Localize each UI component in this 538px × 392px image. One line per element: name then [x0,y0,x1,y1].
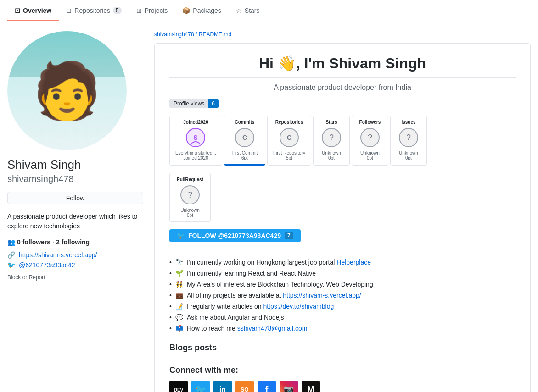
follow-button[interactable]: Follow [7,192,143,204]
joined-icon: S [185,127,207,149]
svg-text:S: S [194,134,198,141]
tab-projects-label: Projects [145,7,168,14]
nav-tabs: ⊡ Overview ⊟ Repositories 5 ⊞ Projects 📦… [7,1,267,21]
projects-icon: ⊞ [136,7,142,14]
repositories-badge: 5 [113,7,122,14]
devto-icon[interactable]: DEV [169,381,188,392]
handshake-icon: 👯 [175,281,183,288]
main-layout: 🧑 Shivam Singh shivamsingh478 Follow A p… [0,22,538,392]
svg-text:C: C [287,134,291,141]
svg-text:?: ? [406,133,411,142]
connect-icons: DEV 🐦 in SO f 📷 M [169,381,516,392]
block-report[interactable]: Block or Report [7,274,143,281]
twitter-link: 🐦 @6210773a93ac42 [7,261,143,269]
twitter-follower-count: 7 [285,232,293,239]
medium-icon[interactable]: M [302,381,320,392]
followers-ach-pts: 0pt [358,155,382,160]
stackoverflow-icon[interactable]: SO [235,381,254,392]
bullet-1: 🔭 I'm currently working on Hongkong larg… [169,257,516,268]
website-link: 🔗 https://shivam-s.vercel.app/ [7,251,143,259]
pr-title: PullRequest [175,177,205,182]
packages-icon: 📦 [182,7,190,14]
overview-icon: ⊡ [15,7,20,14]
achievements-grid-row2: PullRequest ? Unknown 0pt [169,173,516,222]
tab-stars[interactable]: ☆ Stars [229,1,267,21]
memo-icon: 📝 [175,303,183,310]
followers-line: 👥 0 followers · 2 following [7,238,143,246]
svg-text:?: ? [368,133,372,142]
title-divider [169,77,516,78]
helperplace-link[interactable]: Helperplace [336,259,371,266]
profile-links: 🔗 https://shivam-s.vercel.app/ 🐦 @621077… [7,251,143,269]
tab-projects[interactable]: ⊞ Projects [129,1,175,21]
issues-icon: ? [398,127,420,149]
user-login: shivamsingh478 [7,174,143,184]
bullet-2: 🌱 I'm currently learning React and React… [169,268,516,279]
readme-title: Hi 👋, I'm Shivam Singh [169,55,516,72]
tab-packages-label: Packages [193,7,221,14]
achievements-grid: Joined2020 S Everything started... Joine… [169,116,516,166]
issues-title: Issues [396,120,421,125]
svg-text:C: C [242,134,247,141]
facebook-icon[interactable]: f [258,381,276,392]
connect-title: Connect with me: [169,365,516,375]
stars-ach-title: Stars [319,120,344,125]
people-icon: 👥 [7,238,15,246]
seedling-icon: 🌱 [175,270,183,277]
linkedin-icon[interactable]: in [213,381,232,392]
twitter-icon: 🐦 [7,261,15,269]
instagram-icon[interactable]: 📷 [280,381,298,392]
tab-repositories[interactable]: ⊟ Repositories 5 [59,1,129,21]
svg-text:?: ? [188,190,192,199]
issues-desc: Unknown [396,150,421,155]
achievement-stars: Stars ? Unknown 0pt [313,116,350,166]
readme-path-link[interactable]: shivamsingh478 / README.md [154,31,231,38]
tab-overview[interactable]: ⊡ Overview [7,1,59,21]
commits-pts: 6pt [230,155,259,160]
readme-box: Hi 👋, I'm Shivam Singh A passionate prod… [154,43,531,392]
svg-text:?: ? [329,133,334,142]
stars-pts: 0pt [319,155,344,160]
link-icon: 🔗 [7,251,15,259]
stars-icon: ? [320,127,342,149]
followers-ach-icon: ? [359,127,381,149]
speech-icon: 💬 [175,314,183,321]
tab-repositories-label: Repositories [74,7,110,14]
issues-pts: 0pt [396,155,421,160]
info-list: 🔭 I'm currently working on Hongkong larg… [169,257,516,334]
bullet-6: 💬 Ask me about Angular and Nodejs [169,312,516,323]
stars-icon: ☆ [236,7,242,14]
achievement-followers: Followers ? Unknown 0pt [352,116,388,166]
joined-desc: Everything started... [175,150,216,155]
repos-icon: C [278,127,300,149]
projects-link[interactable]: https://shivam-s.vercel.app/ [283,292,361,299]
achievement-joined: Joined2020 S Everything started... Joine… [169,116,222,166]
blog-link[interactable]: https://dev.to/shivamblog [263,303,334,310]
website-url[interactable]: https://shivam-s.vercel.app/ [19,251,97,259]
commits-icon: C [234,127,256,149]
commits-title: Commits [230,120,259,125]
user-bio: A passionate product developer which lik… [7,212,143,231]
twitter-follow-button[interactable]: 🐦 FOLLOW @6210773A93AC429 7 [169,229,301,242]
twitter-bird-icon: 🐦 [177,232,185,239]
tab-stars-label: Stars [245,7,260,14]
following-count[interactable]: 2 following [56,238,90,246]
commits-desc: First Commit [230,150,259,155]
bullet-7: 📫 How to reach me sshivam478@gmail.com [169,323,516,334]
tab-overview-label: Overview [23,7,51,14]
twitter-social-icon[interactable]: 🐦 [191,381,210,392]
profile-views-count: 6 [208,99,219,108]
bullet-4: 💼 All of my projects are available at ht… [169,290,516,301]
email-link[interactable]: sshivam478@gmail.com [237,325,308,332]
twitter-handle[interactable]: @6210773a93ac42 [19,261,75,269]
repos-desc: First Repository [273,150,305,155]
avatar-wrapper: 🧑 [7,31,127,150]
bullet-3: 👯 My Area's of interest are Blockchain T… [169,279,516,290]
followers-count[interactable]: 0 followers [17,238,50,246]
readme-subtitle: A passionate product developer from Indi… [169,83,516,92]
pr-desc: Unknown [175,208,205,213]
blogs-title: Blogs posts [169,343,516,353]
tab-packages[interactable]: 📦 Packages [175,1,228,21]
followers-ach-title: Followers [358,120,382,125]
telescope-icon: 🔭 [175,259,183,266]
